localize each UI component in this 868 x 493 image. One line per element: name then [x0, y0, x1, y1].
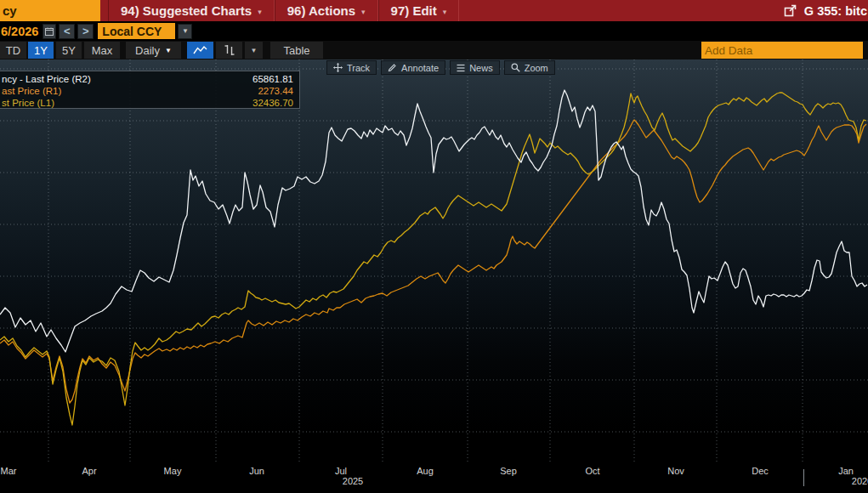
legend-row-l1: st Price (L1) 32436.70	[2, 97, 293, 109]
chevron-down-icon: ▾	[258, 8, 262, 16]
chevron-down-icon: ▾	[443, 8, 447, 16]
chart-legend: ncy - Last Price (R2) 65861.81 ast Price…	[0, 71, 300, 109]
calendar-icon[interactable]	[43, 24, 56, 39]
track-button[interactable]: Track	[326, 60, 377, 75]
x-axis-month-label: Oct	[585, 466, 599, 476]
x-axis-month-label: Jul	[335, 466, 347, 476]
frequency-label: Daily	[135, 44, 160, 57]
legend-series-value: 32436.70	[252, 97, 293, 109]
x-axis-month-label: Dec	[752, 466, 769, 476]
menu-label: 94) Suggested Charts	[121, 3, 252, 18]
chart-floating-toolbar: Track Annotate News Zoom	[326, 60, 555, 75]
x-axis-month-label: Jun	[249, 466, 264, 476]
menu-label: 97) Edit	[391, 3, 437, 18]
end-date-field[interactable]: 6/2026	[0, 25, 40, 38]
function-title: G 355: bitc	[804, 4, 867, 18]
legend-series-label: ast Price (R1)	[2, 85, 61, 97]
pencil-icon	[388, 63, 397, 72]
candlestick-icon	[224, 44, 235, 56]
price-chart-svg	[0, 60, 868, 468]
chevron-down-icon: ▾	[361, 8, 366, 16]
line-chart-icon	[193, 45, 207, 55]
x-axis-month-label: Mar	[1, 466, 17, 476]
date-currency-row: 6/2026 < > Local CCY ▼	[0, 21, 868, 41]
track-label: Track	[347, 63, 370, 73]
year-divider-line	[803, 469, 804, 486]
frequency-dropdown[interactable]: Daily ▼	[126, 42, 181, 59]
currency-selector[interactable]: Local CCY	[98, 23, 175, 39]
next-period-button[interactable]: >	[77, 24, 94, 39]
x-axis-month-label: Aug	[417, 466, 434, 476]
zoom-label: Zoom	[525, 63, 548, 73]
prev-period-button[interactable]: <	[59, 24, 75, 39]
chevron-down-icon: ▼	[165, 47, 172, 54]
menubar: 94) Suggested Charts ▾ 96) Actions ▾ 97)…	[108, 0, 459, 21]
period-5y-button[interactable]: 5Y	[56, 42, 82, 59]
legend-series-value: 65861.81	[252, 73, 293, 85]
menu-suggested-charts[interactable]: 94) Suggested Charts ▾	[108, 0, 275, 21]
period-max-button[interactable]: Max	[84, 42, 120, 59]
titlebar: cy 94) Suggested Charts ▾ 96) Actions ▾ …	[0, 0, 868, 21]
bloomberg-terminal-chart-screen: { "titlebar": { "security_field": "cy", …	[0, 0, 868, 493]
news-button[interactable]: News	[450, 60, 500, 75]
security-ticker-field[interactable]: cy	[0, 0, 100, 21]
legend-series-label: ncy - Last Price (R2)	[2, 73, 91, 85]
table-button[interactable]: Table	[270, 42, 323, 59]
x-axis-year-label: 2025	[343, 476, 363, 486]
x-axis-month-label: May	[164, 466, 182, 476]
legend-row-r2: ncy - Last Price (R2) 65861.81	[2, 73, 293, 85]
news-lines-icon	[457, 64, 465, 72]
bar-chart-type-button[interactable]	[216, 42, 242, 59]
currency-dropdown-caret[interactable]: ▼	[178, 24, 192, 39]
x-axis-month-label: Apr	[82, 466, 96, 476]
zoom-button[interactable]: Zoom	[504, 60, 555, 75]
add-data-field[interactable]: Add Data	[701, 42, 863, 59]
legend-row-r1: ast Price (R1) 2273.44	[2, 85, 293, 97]
chart-plot-area[interactable]: Track Annotate News Zoom ncy - La	[0, 60, 868, 463]
period-ytd-button[interactable]: TD	[0, 42, 26, 59]
legend-series-value: 2273.44	[258, 85, 293, 97]
menu-edit[interactable]: 97) Edit ▾	[378, 0, 460, 21]
menu-label: 96) Actions	[287, 3, 355, 18]
export-icon[interactable]	[784, 4, 797, 17]
x-axis-month-label: Sep	[500, 466, 517, 476]
magnifier-icon	[511, 63, 520, 72]
x-axis-month-label: Nov	[667, 466, 684, 476]
x-axis-year-label: 2026	[852, 476, 868, 486]
track-crosshair-icon	[333, 63, 343, 72]
x-axis-month-label: Jan	[838, 466, 854, 476]
legend-series-label: st Price (L1)	[2, 97, 54, 109]
line-chart-type-button[interactable]	[187, 42, 213, 59]
period-1y-button[interactable]: 1Y	[28, 42, 54, 59]
menu-actions[interactable]: 96) Actions ▾	[275, 0, 378, 21]
x-axis: MarAprMayJunJulAugSepOctNovDecJan2025202…	[0, 463, 868, 493]
annotate-label: Annotate	[401, 63, 439, 73]
news-label: News	[469, 63, 493, 73]
annotate-button[interactable]: Annotate	[381, 60, 445, 75]
chart-type-dropdown-caret[interactable]: ▼	[245, 42, 263, 59]
